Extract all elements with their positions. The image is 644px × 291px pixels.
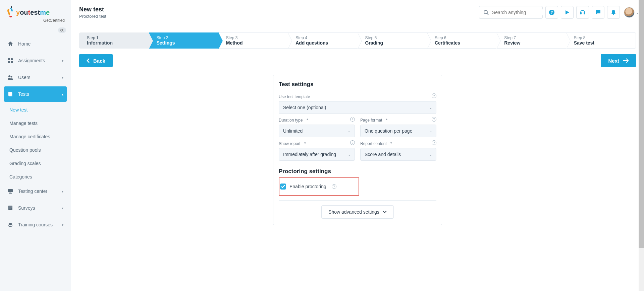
sidebar-item-testing-center[interactable]: Testing center ▾ bbox=[4, 184, 67, 199]
sidebar-item-label: Users bbox=[18, 75, 62, 80]
sidebar-subitem-manage-certificates[interactable]: Manage certificates bbox=[4, 130, 67, 143]
wizard: Step 1InformationStep 2SettingsStep 3Met… bbox=[79, 32, 636, 49]
duration-value: Unlimited bbox=[283, 128, 303, 134]
wizard-step-7[interactable]: Step 7Review bbox=[497, 32, 566, 49]
svg-point-22 bbox=[613, 14, 614, 15]
next-button[interactable]: Next bbox=[601, 54, 636, 67]
svg-point-0 bbox=[11, 6, 12, 8]
divider bbox=[279, 200, 436, 201]
help-button[interactable]: ? bbox=[545, 6, 558, 19]
step-number: Step 7 bbox=[504, 35, 566, 40]
help-icon[interactable]: ? bbox=[350, 117, 355, 122]
page-title-block: New test Proctored test bbox=[79, 6, 106, 19]
logo-subtext: GetCertified bbox=[6, 18, 65, 23]
surveys-icon bbox=[7, 205, 13, 211]
user-menu[interactable]: ⌄ bbox=[624, 7, 639, 18]
nav-buttons: Back Next bbox=[79, 54, 636, 67]
svg-line-17 bbox=[487, 13, 488, 15]
page-subtitle: Proctored test bbox=[79, 14, 106, 19]
svg-rect-1 bbox=[8, 58, 10, 60]
sidebar-item-label: Training courses bbox=[18, 222, 62, 227]
chevron-down-icon: ⌄ bbox=[636, 11, 639, 14]
sidebar-item-label: Assignments bbox=[18, 58, 62, 63]
showreport-select[interactable]: Immediately after grading ⌄ bbox=[279, 148, 355, 161]
showreport-value: Immediately after grading bbox=[283, 152, 336, 157]
help-icon[interactable]: ? bbox=[350, 140, 355, 145]
sidebar-subitem-categories[interactable]: Categories bbox=[4, 170, 67, 184]
wizard-step-5[interactable]: Step 5Grading bbox=[358, 32, 427, 49]
svg-rect-13 bbox=[9, 207, 12, 207]
wizard-step-4[interactable]: Step 4Add questions bbox=[288, 32, 358, 49]
wizard-step-3[interactable]: Step 3Method bbox=[219, 32, 288, 49]
wizard-step-8[interactable]: Step 8Save test bbox=[567, 32, 636, 49]
step-number: Step 2 bbox=[156, 35, 218, 40]
back-label: Back bbox=[93, 58, 105, 64]
chevron-down-icon: ⌄ bbox=[348, 153, 351, 156]
search-field[interactable] bbox=[479, 6, 543, 19]
pageformat-label: Page format * bbox=[360, 118, 387, 123]
step-title: Method bbox=[226, 40, 288, 46]
home-icon bbox=[7, 41, 13, 47]
content: Step 1InformationStep 2SettingsStep 3Met… bbox=[71, 25, 644, 291]
sidebar-subitem-question-pools[interactable]: Question pools bbox=[4, 143, 67, 157]
svg-rect-15 bbox=[9, 209, 11, 209]
chevron-down-icon: ▾ bbox=[62, 206, 63, 210]
sidebar-item-surveys[interactable]: Surveys ▾ bbox=[4, 200, 67, 216]
notifications-button[interactable] bbox=[607, 6, 620, 19]
step-number: Step 6 bbox=[435, 35, 496, 40]
svg-rect-11 bbox=[9, 193, 12, 194]
reportcontent-select[interactable]: Score and details ⌄ bbox=[360, 148, 436, 161]
showreport-label: Show report * bbox=[279, 141, 306, 146]
template-label: Use test template bbox=[279, 94, 310, 99]
sidebar-item-users[interactable]: Users ▾ bbox=[4, 70, 67, 85]
svg-rect-21 bbox=[584, 12, 585, 14]
chat-button[interactable] bbox=[592, 6, 604, 19]
help-icon[interactable]: ? bbox=[432, 117, 436, 122]
wizard-step-1[interactable]: Step 1Information bbox=[79, 32, 149, 49]
sidebar-item-training[interactable]: Training courses ▾ bbox=[4, 217, 67, 232]
step-title: Add questions bbox=[296, 40, 357, 46]
sidebar-item-home[interactable]: Home bbox=[4, 36, 67, 52]
sidebar: youtestme GetCertified Home Assignments bbox=[0, 0, 71, 291]
step-number: Step 3 bbox=[226, 35, 288, 40]
brand: youtestme GetCertified bbox=[0, 4, 71, 26]
sidebar-subitem-new-test[interactable]: New test bbox=[4, 103, 67, 117]
step-number: Step 1 bbox=[87, 35, 149, 40]
sidebar-subitem-grading-scales[interactable]: Grading scales bbox=[4, 157, 67, 170]
search-input[interactable] bbox=[491, 9, 551, 15]
play-button[interactable] bbox=[561, 6, 574, 19]
help-icon[interactable]: ? bbox=[432, 93, 436, 98]
checkbox-checked-icon[interactable] bbox=[280, 184, 286, 190]
page-title: New test bbox=[79, 6, 106, 13]
show-advanced-button[interactable]: Show advanced settings bbox=[321, 205, 394, 219]
svg-text:?: ? bbox=[551, 10, 553, 14]
topbar: New test Proctored test ? bbox=[71, 0, 644, 25]
help-icon[interactable]: ? bbox=[332, 184, 336, 189]
collapse-sidebar-button[interactable] bbox=[58, 27, 66, 33]
chevron-down-icon: ▾ bbox=[62, 76, 63, 79]
back-button[interactable]: Back bbox=[79, 54, 113, 67]
svg-point-16 bbox=[484, 10, 487, 14]
assignments-icon bbox=[7, 58, 13, 64]
template-select[interactable]: Select one (optional) ⌄ bbox=[279, 101, 436, 114]
headset-button[interactable] bbox=[576, 6, 589, 19]
sidebar-subitem-manage-tests[interactable]: Manage tests bbox=[4, 117, 67, 130]
scrollbar-thumb[interactable] bbox=[639, 0, 644, 248]
tests-icon bbox=[7, 91, 13, 97]
arrow-right-icon bbox=[623, 58, 629, 63]
wizard-step-2[interactable]: Step 2Settings bbox=[149, 32, 218, 49]
sidebar-item-tests[interactable]: Tests ▴ bbox=[4, 86, 67, 102]
enable-proctoring-row[interactable]: Enable proctoring ? bbox=[280, 179, 359, 194]
sidebar-item-label: Tests bbox=[18, 91, 62, 97]
svg-point-5 bbox=[8, 75, 10, 77]
panel-title: Test settings bbox=[279, 81, 436, 88]
svg-rect-8 bbox=[9, 92, 12, 96]
duration-select[interactable]: Unlimited ⌄ bbox=[279, 125, 355, 137]
sidebar-item-assignments[interactable]: Assignments ▾ bbox=[4, 53, 67, 68]
help-icon[interactable]: ? bbox=[432, 140, 436, 145]
reportcontent-label: Report content * bbox=[360, 141, 392, 146]
scrollbar[interactable] bbox=[639, 0, 644, 291]
monitor-icon bbox=[7, 188, 13, 194]
pageformat-select[interactable]: One question per page ⌄ bbox=[360, 125, 436, 137]
wizard-step-6[interactable]: Step 6Certificates bbox=[427, 32, 497, 49]
